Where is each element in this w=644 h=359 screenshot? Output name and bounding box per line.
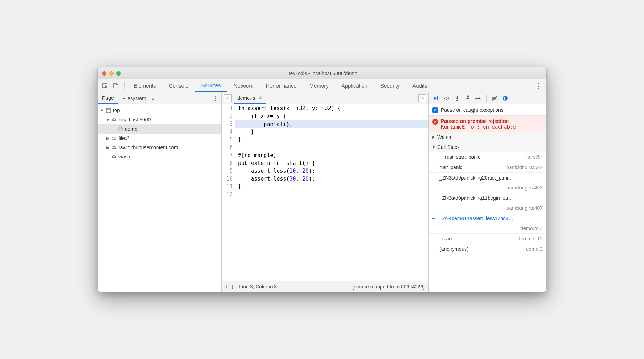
frame-location: demo:3: [526, 246, 543, 252]
inspect-element-icon[interactable]: [100, 80, 111, 91]
tree-host[interactable]: ▼ localhost:5000: [98, 115, 221, 124]
main-tab-bar: Elements Console Sources Network Perform…: [98, 79, 546, 92]
line-number[interactable]: 1: [222, 104, 233, 112]
code-line: assert_less(30, 20);: [235, 175, 428, 183]
disclosure-triangle-icon[interactable]: ▼: [432, 145, 436, 149]
step-out-icon[interactable]: [463, 93, 473, 103]
callstack-section-header[interactable]: ▼ Call Stack: [429, 142, 546, 152]
file-tab-label: demo.rs: [237, 95, 255, 101]
code-line: #[no_mangle]: [235, 151, 428, 159]
more-menu-icon[interactable]: ⋮: [533, 82, 544, 90]
close-window-button[interactable]: [102, 71, 106, 76]
tree-label: wasm: [118, 154, 132, 160]
step-into-icon[interactable]: [452, 93, 462, 103]
code-line: if x >= y {: [235, 112, 428, 120]
svg-rect-3: [106, 108, 111, 113]
frame-function: _ZN3std9panicking20rust_pani…: [439, 175, 513, 181]
tree-raw-github[interactable]: ▶ raw.githubusercontent.com: [98, 143, 221, 152]
line-number[interactable]: 3: [222, 120, 233, 128]
tree-label: localhost:5000: [118, 117, 151, 123]
resume-icon[interactable]: [431, 93, 441, 103]
disclosure-triangle-icon[interactable]: ▶: [432, 135, 436, 139]
tree-file-scheme[interactable]: ▶ file://: [98, 134, 221, 143]
maximize-window-button[interactable]: [116, 71, 121, 76]
code-line: panic!();: [235, 120, 428, 128]
code-editor[interactable]: 123456789101112 fn assert_less(x: i32, y…: [222, 104, 428, 281]
line-number[interactable]: 7: [222, 151, 233, 159]
paused-reason-message: RuntimeError: unreachable: [441, 124, 516, 130]
tab-sources[interactable]: Sources: [195, 79, 227, 92]
debugger-pane: ✓ Pause on caught exceptions ✕ Paused on…: [429, 92, 546, 292]
svg-point-14: [475, 98, 477, 99]
frame-icon: [106, 108, 111, 113]
pretty-print-icon[interactable]: { }: [225, 284, 234, 290]
tree-label: file://: [118, 135, 129, 141]
debugger-toolbar: [429, 92, 546, 104]
panes: Page Filesystem » ⋮ ▼ top ▼: [98, 92, 546, 292]
minimize-window-button[interactable]: [109, 71, 114, 76]
disclosure-triangle-icon[interactable]: ▼: [100, 108, 104, 113]
cursor-position: Line 3, Column 3: [239, 284, 277, 290]
pause-exceptions-icon[interactable]: [500, 93, 510, 103]
navigator-more-icon[interactable]: »: [152, 95, 155, 101]
line-number[interactable]: 6: [222, 144, 233, 151]
tree-wasm[interactable]: ▶ wasm: [98, 152, 221, 161]
watch-section-header[interactable]: ▶ Watch: [429, 132, 546, 142]
editor-statusbar: { } Line 3, Column 3 (source mapped from…: [222, 281, 428, 292]
device-toolbar-icon[interactable]: [111, 80, 121, 91]
navigator-menu-icon[interactable]: ⋮: [212, 94, 218, 102]
frame-function: _ZN4demo11assert_less17hc8…: [439, 215, 513, 221]
line-number[interactable]: 12: [222, 191, 233, 198]
step-over-icon[interactable]: [442, 93, 452, 103]
callstack-frame[interactable]: _ZN3std9panicking11begin_pa…panicking.rs…: [429, 193, 546, 213]
checkbox-checked-icon[interactable]: ✓: [432, 107, 438, 113]
svg-rect-2: [116, 85, 118, 88]
callstack-frame[interactable]: _ZN4demo11assert_less17hc8…demo.rs:3: [429, 213, 546, 234]
tab-elements[interactable]: Elements: [127, 79, 163, 92]
step-icon[interactable]: [474, 93, 484, 103]
disclosure-triangle-icon[interactable]: ▶: [106, 145, 110, 150]
callstack-frame[interactable]: _ZN3std9panicking20rust_pani…panicking.r…: [429, 173, 546, 193]
nav-forward-icon[interactable]: [418, 94, 426, 102]
line-number[interactable]: 11: [222, 183, 233, 191]
close-tab-icon[interactable]: ✕: [258, 95, 262, 100]
tree-file-demo[interactable]: demo: [98, 124, 221, 134]
deactivate-breakpoints-icon[interactable]: [490, 93, 500, 103]
tab-network[interactable]: Network: [227, 79, 260, 92]
line-number[interactable]: 2: [222, 112, 233, 120]
svg-rect-7: [437, 96, 438, 100]
code-line: [235, 144, 428, 151]
tab-console[interactable]: Console: [163, 79, 195, 92]
navigator-tab-filesystem[interactable]: Filesystem: [118, 92, 151, 104]
tab-memory[interactable]: Memory: [303, 79, 335, 92]
tab-security[interactable]: Security: [374, 79, 406, 92]
callstack-frame[interactable]: __rust_start_paniclib.rs:54: [429, 152, 546, 162]
cloud-icon: [111, 117, 117, 123]
tab-audits[interactable]: Audits: [406, 79, 434, 92]
toolbar-separator: [486, 95, 487, 102]
file-tab-demo-rs[interactable]: demo.rs ✕: [234, 92, 266, 104]
line-number[interactable]: 10: [222, 175, 233, 183]
pause-on-caught-row[interactable]: ✓ Pause on caught exceptions: [429, 104, 546, 116]
tab-performance[interactable]: Performance: [260, 79, 303, 92]
navigator-tab-page[interactable]: Page: [98, 92, 118, 104]
titlebar: DevTools - localhost:5000/demo: [98, 67, 546, 79]
watch-label: Watch: [437, 134, 451, 140]
disclosure-triangle-icon[interactable]: ▼: [106, 118, 110, 122]
disclosure-triangle-icon[interactable]: ▶: [106, 136, 110, 141]
nav-back-icon[interactable]: [224, 94, 232, 102]
callstack-frame[interactable]: (anonymous)demo:3: [429, 244, 546, 254]
line-number[interactable]: 8: [222, 159, 233, 167]
line-number[interactable]: 5: [222, 136, 233, 144]
svg-point-10: [456, 100, 458, 101]
tree-top[interactable]: ▼ top: [98, 106, 221, 115]
pause-on-caught-label: Pause on caught exceptions: [441, 107, 503, 113]
source-map-link[interactable]: 006e4226: [401, 284, 423, 290]
line-number[interactable]: 9: [222, 167, 233, 175]
callstack-frame[interactable]: rust_panicpanicking.rs:522: [429, 162, 546, 173]
window-title: DevTools - localhost:5000/demo: [98, 71, 546, 76]
callstack-frame[interactable]: _startdemo.rs:10: [429, 234, 546, 244]
line-number[interactable]: 4: [222, 128, 233, 136]
frame-location: panicking.rs:522: [506, 165, 543, 170]
tab-application[interactable]: Application: [335, 79, 374, 92]
